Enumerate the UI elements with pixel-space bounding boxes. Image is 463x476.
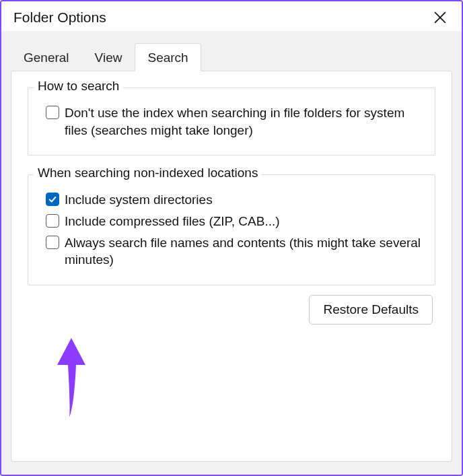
tab-strip: General View Search [11, 43, 452, 71]
option-system-dirs: Include system directories [46, 191, 423, 209]
option-contents: Always search file names and contents (t… [46, 234, 423, 269]
tab-general[interactable]: General [11, 43, 82, 71]
label-contents: Always search file names and contents (t… [65, 234, 423, 269]
label-system-dirs: Include system directories [65, 191, 213, 209]
tab-container: General View Search How to search Don't … [1, 31, 462, 475]
tab-panel-search: How to search Don't use the index when s… [11, 71, 452, 462]
tab-view[interactable]: View [82, 43, 135, 71]
restore-defaults-button[interactable]: Restore Defaults [309, 295, 433, 325]
close-icon [434, 11, 446, 24]
checkbox-compressed[interactable] [46, 214, 59, 228]
group-legend-how: How to search [34, 79, 123, 94]
option-no-index: Don't use the index when searching in fi… [46, 104, 423, 139]
arrow-icon [56, 338, 87, 419]
dialog-window: Folder Options General View Search How t… [0, 0, 463, 476]
dialog-title: Folder Options [13, 9, 106, 26]
title-bar: Folder Options [1, 1, 462, 31]
tab-search[interactable]: Search [135, 43, 201, 71]
checkbox-system-dirs[interactable] [46, 193, 59, 206]
annotation-arrow [56, 338, 87, 421]
label-no-index: Don't use the index when searching in fi… [65, 104, 423, 139]
checkbox-contents[interactable] [46, 236, 59, 249]
option-compressed: Include compressed files (ZIP, CAB...) [46, 213, 423, 230]
checkbox-no-index[interactable] [46, 106, 59, 119]
group-non-indexed: When searching non-indexed locations Inc… [28, 174, 435, 285]
group-legend-nonindexed: When searching non-indexed locations [34, 166, 262, 180]
label-compressed: Include compressed files (ZIP, CAB...) [65, 213, 280, 230]
check-icon [48, 195, 57, 204]
group-how-to-search: How to search Don't use the index when s… [28, 88, 435, 156]
close-button[interactable] [431, 8, 450, 27]
